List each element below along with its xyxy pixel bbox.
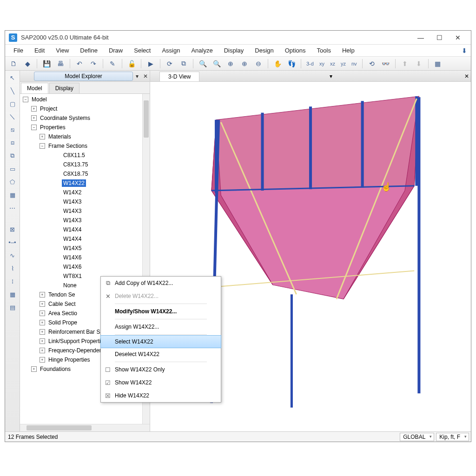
curve-icon[interactable]: ⌇	[7, 263, 18, 273]
new-icon[interactable]: 🗋	[8, 58, 19, 69]
coord-system-dropdown[interactable]: GLOBAL	[400, 433, 434, 441]
tree-fs-item[interactable]: W14X3	[20, 206, 150, 216]
draw-brace-icon[interactable]: ⧉	[7, 151, 18, 161]
tree-fs-item[interactable]: W14X2	[20, 188, 150, 197]
zoom-window-icon[interactable]: 🔍	[197, 58, 208, 69]
display-options-icon[interactable]: ▦	[432, 58, 443, 69]
menu-edit[interactable]: Edit	[29, 47, 50, 54]
pan-icon[interactable]: ✋	[272, 58, 283, 69]
view-nv-button[interactable]: nv	[350, 58, 358, 69]
menu-file[interactable]: File	[8, 47, 29, 54]
ctx-add-copy[interactable]: ⧉Add Copy of W14X22...	[101, 277, 221, 290]
tree-fs-item[interactable]: W14X4	[20, 234, 150, 244]
tree-frame-sections[interactable]: −Frame Sections	[20, 141, 150, 151]
menu-options[interactable]: Options	[279, 47, 311, 54]
rect-select-icon[interactable]: ▢	[7, 99, 18, 109]
menu-help[interactable]: Help	[337, 47, 360, 54]
pointer-icon[interactable]: ↖	[7, 73, 18, 83]
tab-display[interactable]: Display	[49, 83, 79, 93]
save-icon[interactable]: 💾	[41, 58, 52, 69]
menu-display[interactable]: Display	[218, 47, 250, 54]
draw-area-icon[interactable]: ▭	[7, 164, 18, 174]
print-icon[interactable]: 🖶	[55, 58, 66, 69]
tool-icon[interactable]: ⋯	[7, 203, 18, 213]
close-button[interactable]: ✕	[449, 32, 467, 44]
ctx-show-only[interactable]: ☐Show W14X22 Only	[101, 363, 221, 376]
tree-project[interactable]: +Project	[20, 104, 150, 113]
download-icon[interactable]: ⬇	[462, 47, 467, 54]
view-pin-icon[interactable]: ▾	[327, 73, 335, 79]
view-tab-3d[interactable]: 3-D View	[159, 72, 199, 81]
tree-fs-item[interactable]: C8X13.75	[20, 160, 150, 169]
tree-root[interactable]: −Model	[20, 95, 150, 104]
undo-icon[interactable]: ↶	[74, 58, 85, 69]
open-icon[interactable]: ◆	[22, 58, 33, 69]
draw-line-icon[interactable]: ＼	[7, 112, 18, 122]
ctx-deselect[interactable]: Deselect W14X22	[101, 348, 221, 361]
grid-icon[interactable]: ▦	[7, 289, 18, 299]
draw-grid-icon[interactable]: ▦	[7, 190, 18, 200]
zoom-in-icon[interactable]: ⊕	[239, 58, 250, 69]
menu-design[interactable]: Design	[249, 47, 279, 54]
panel-close-icon[interactable]: ✕	[141, 73, 150, 79]
zoom-prev-icon[interactable]: 🔍	[211, 58, 222, 69]
draw-beam-icon[interactable]: ⧈	[7, 138, 18, 148]
view-xy-button[interactable]: xy	[318, 58, 326, 69]
view-3d-button[interactable]: 3-d	[305, 58, 315, 69]
tab-model[interactable]: Model	[21, 83, 48, 93]
menu-define[interactable]: Define	[74, 47, 103, 54]
tree-coord[interactable]: +Coordinate Systems	[20, 113, 150, 123]
menu-select[interactable]: Select	[128, 47, 156, 54]
box-icon[interactable]: ⧉	[178, 58, 189, 69]
draw-frame-icon[interactable]: ⧅	[7, 125, 18, 135]
tree-properties[interactable]: −Properties	[20, 123, 150, 132]
rotate-icon[interactable]: ⟲	[366, 58, 377, 69]
misc-icon[interactable]: ⁞	[7, 276, 18, 286]
node-icon[interactable]: •–•	[7, 237, 18, 247]
zoom-out-icon[interactable]: ⊖	[253, 58, 264, 69]
run-icon[interactable]: ▶	[145, 58, 156, 69]
hatch-icon[interactable]: ▤	[7, 302, 18, 312]
zoom-extents-icon[interactable]: ⊕	[225, 58, 236, 69]
ctx-delete[interactable]: ✕Delete W14X22...	[101, 290, 221, 303]
tree-fs-item[interactable]: C8X18.75	[20, 169, 150, 178]
menu-view[interactable]: View	[50, 47, 74, 54]
tree-fs-item[interactable]: W14X5	[20, 244, 150, 253]
spring-icon[interactable]: ∿	[7, 250, 18, 260]
refresh-icon[interactable]: ⟳	[164, 58, 175, 69]
panel-pin-icon[interactable]: ▾	[133, 73, 141, 79]
up-icon[interactable]: ⬆	[399, 58, 410, 69]
view-close-icon[interactable]: ✕	[463, 73, 471, 79]
tree-scrollbar-horizontal[interactable]	[20, 424, 150, 431]
menu-draw[interactable]: Draw	[103, 47, 128, 54]
down-icon[interactable]: ⬇	[413, 58, 424, 69]
tree-fs-item[interactable]: C8X11.5	[20, 151, 150, 160]
ctx-hide[interactable]: ☒Hide W14X22	[101, 389, 221, 402]
line-icon[interactable]: ╲	[7, 86, 18, 96]
menu-assign[interactable]: Assign	[156, 47, 185, 54]
menu-tools[interactable]: Tools	[311, 47, 337, 54]
view-yz-button[interactable]: yz	[339, 58, 347, 69]
ctx-select[interactable]: Select W14X22	[100, 335, 221, 348]
perspective-icon[interactable]: 👓	[380, 58, 391, 69]
tree-fs-item[interactable]: W14X3	[20, 197, 150, 206]
pencil-icon[interactable]: ✎	[107, 58, 118, 69]
tree-fs-item[interactable]: W14X3	[20, 216, 150, 225]
walk-icon[interactable]: 👣	[286, 58, 297, 69]
ctx-assign[interactable]: Assign W14X22...	[101, 320, 221, 333]
lock-icon[interactable]: 🔓	[126, 58, 137, 69]
draw-poly-icon[interactable]: ⬠	[7, 177, 18, 187]
units-dropdown[interactable]: Kip, ft, F	[436, 433, 469, 441]
tree-fs-item-selected[interactable]: W14X22	[20, 178, 150, 188]
ctx-show[interactable]: ☑Show W14X22	[101, 376, 221, 389]
cross-icon[interactable]: ⊠	[7, 224, 18, 234]
tree-materials[interactable]: +Materials	[20, 132, 150, 141]
minimize-button[interactable]: —	[411, 32, 430, 44]
tree-fs-item[interactable]: W14X6	[20, 262, 150, 271]
tree-fs-item[interactable]: W14X4	[20, 225, 150, 234]
redo-icon[interactable]: ↷	[88, 58, 99, 69]
tree-fs-item[interactable]: W14X6	[20, 253, 150, 262]
menu-analyze[interactable]: Analyze	[185, 47, 218, 54]
ctx-modify[interactable]: Modify/Show W14X22...	[101, 305, 221, 318]
view-xz-button[interactable]: xz	[329, 58, 337, 69]
